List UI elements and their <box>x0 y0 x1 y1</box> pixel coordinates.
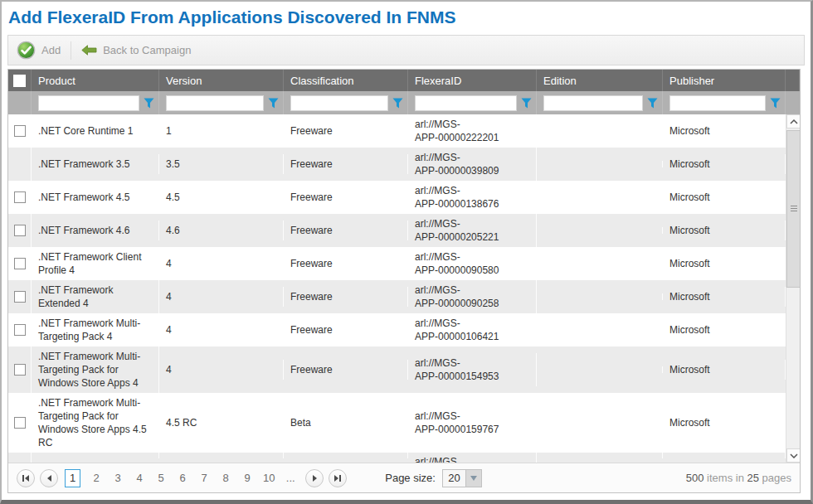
cell-version: 3.5 <box>159 154 284 174</box>
page-number-current[interactable]: 1 <box>65 469 80 487</box>
row-checkbox[interactable] <box>14 364 26 376</box>
cell-classification: Freeware <box>284 121 408 141</box>
chevron-down-icon <box>790 453 798 458</box>
page-number[interactable]: 9 <box>241 472 254 484</box>
column-header-classification[interactable]: Classification <box>284 70 408 91</box>
last-page-button[interactable] <box>329 469 347 487</box>
toolbar: Add Back to Campaign <box>7 35 805 65</box>
scroll-down-button[interactable] <box>786 448 800 463</box>
items-count: 500 <box>686 472 704 484</box>
table-row[interactable]: .NET Framework Multi-Targeting Pack for … <box>8 393 786 453</box>
page-number[interactable]: 10 <box>262 472 275 484</box>
page-number[interactable]: 4 <box>133 472 146 484</box>
cell-publisher: Microsoft <box>663 360 786 380</box>
page-number[interactable]: 7 <box>197 472 211 484</box>
table-row[interactable]: .NET Framework Multi-Targeting Pack 4 4 … <box>8 313 786 346</box>
add-button-label: Add <box>41 44 61 56</box>
cell-publisher: Microsoft <box>663 287 786 307</box>
vertical-scrollbar[interactable] <box>786 114 800 463</box>
page-number[interactable]: 3 <box>111 472 124 484</box>
table-row[interactable]: .NET Framework 4.6 4.6 Freeware arl://MG… <box>8 214 786 247</box>
grid-rows: .NET Core Runtime 1 1 Freeware arl://MGS… <box>8 114 786 463</box>
cell-flexeraid: arl://MGS-APP-00000138676 <box>408 181 537 214</box>
cell-edition <box>537 419 663 426</box>
scrollbar-grip-icon <box>791 206 797 212</box>
row-checkbox[interactable] <box>14 225 26 236</box>
row-checkbox[interactable] <box>14 258 26 269</box>
column-header-product[interactable]: Product <box>32 70 159 91</box>
table-row[interactable]: .NET Framework 4.5 4.5 Freeware arl://MG… <box>8 181 786 214</box>
toolbar-separator <box>71 41 71 60</box>
page-number[interactable]: 6 <box>176 472 189 484</box>
filter-input-product[interactable] <box>38 95 139 111</box>
filter-input-classification[interactable] <box>290 95 388 111</box>
cell-edition <box>537 260 663 267</box>
first-page-button[interactable] <box>17 469 35 487</box>
cell-flexeraid: arl://MGS-APP-00000090580 <box>408 247 537 280</box>
cell-edition <box>537 194 663 201</box>
column-header-edition[interactable]: Edition <box>537 70 663 91</box>
cell-product: .NET Framework 3.5 <box>32 154 159 174</box>
filter-funnel-button[interactable] <box>647 98 658 109</box>
filter-funnel-button[interactable] <box>521 98 532 109</box>
page-number[interactable]: 5 <box>154 472 168 484</box>
column-header-label: Product <box>38 75 75 87</box>
column-header-version[interactable]: Version <box>159 70 284 91</box>
cell-publisher: Microsoft <box>663 154 786 174</box>
row-checkbox[interactable] <box>14 324 26 336</box>
select-all-checkbox[interactable] <box>13 75 26 87</box>
back-to-campaign-button[interactable]: Back to Campaign <box>81 44 191 56</box>
page-title: Add FlexeraID From Applications Discover… <box>8 7 805 28</box>
cell-product: .NET Core Runtime 1 <box>32 121 159 141</box>
page-number[interactable]: 2 <box>90 472 103 484</box>
table-row[interactable]: .NET Framework Multi-Targeting Pack for … <box>8 346 786 393</box>
cell-version: 1 <box>159 121 284 141</box>
add-check-icon <box>17 41 36 60</box>
column-header-label: Edition <box>543 75 577 87</box>
scrollbar-thumb[interactable] <box>786 130 800 288</box>
table-row-partial[interactable]: arl://MGS <box>8 453 786 463</box>
row-checkbox[interactable] <box>14 417 26 429</box>
table-row[interactable]: .NET Framework 3.5 3.5 Freeware arl://MG… <box>8 148 786 181</box>
cell-classification: Freeware <box>284 360 408 380</box>
cell-publisher: Microsoft <box>663 187 786 207</box>
table-row[interactable]: .NET Framework Extended 4 4 Freeware arl… <box>8 280 786 313</box>
row-checkbox[interactable] <box>14 125 26 137</box>
prev-page-button[interactable] <box>40 469 58 487</box>
cell-publisher: Microsoft <box>663 413 786 433</box>
filter-funnel-button[interactable] <box>144 98 154 109</box>
table-row[interactable]: .NET Core Runtime 1 1 Freeware arl://MGS… <box>8 114 786 148</box>
cell-edition <box>537 327 663 333</box>
filter-funnel-button[interactable] <box>268 98 279 109</box>
cell-classification: Freeware <box>284 320 408 340</box>
cell-flexeraid: arl://MGS-APP-00000039809 <box>408 148 537 181</box>
filter-funnel-button[interactable] <box>770 98 781 109</box>
cell-product: .NET Framework Multi-Targeting Pack for … <box>32 393 159 453</box>
next-page-button[interactable] <box>305 469 324 487</box>
filter-input-edition[interactable] <box>543 95 643 111</box>
pages-count: 25 <box>747 472 758 484</box>
cell-publisher: Microsoft <box>663 320 786 340</box>
row-checkbox[interactable] <box>14 191 26 203</box>
column-header-publisher[interactable]: Publisher <box>663 70 786 91</box>
table-row[interactable]: .NET Framework Client Profile 4 4 Freewa… <box>8 247 786 280</box>
filter-input-publisher[interactable] <box>669 95 766 111</box>
page-ellipsis[interactable]: ... <box>284 472 297 484</box>
column-header-label: Publisher <box>669 75 714 87</box>
filter-input-version[interactable] <box>166 95 264 111</box>
scroll-up-button[interactable] <box>786 114 800 128</box>
cell-flexeraid: arl://MGS-APP-00000154953 <box>408 353 537 386</box>
cell-classification: Freeware <box>284 254 408 274</box>
dropdown-arrow-icon[interactable] <box>465 470 481 487</box>
filter-funnel-button[interactable] <box>392 98 403 109</box>
cell-flexeraid: arl://MGS-APP-00000205221 <box>408 214 537 247</box>
cell-classification: Freeware <box>284 187 408 207</box>
row-checkbox[interactable] <box>14 291 26 303</box>
add-button[interactable]: Add <box>17 41 61 60</box>
page-number[interactable]: 8 <box>219 472 232 484</box>
filter-input-flexeraid[interactable] <box>415 95 517 111</box>
cell-publisher: Microsoft <box>663 220 786 240</box>
column-header-flexeraid[interactable]: FlexeraID <box>408 70 537 91</box>
page-size-dropdown[interactable]: 20 <box>442 469 482 487</box>
cell-flexeraid: arl://MGS-APP-00000090258 <box>408 280 537 313</box>
